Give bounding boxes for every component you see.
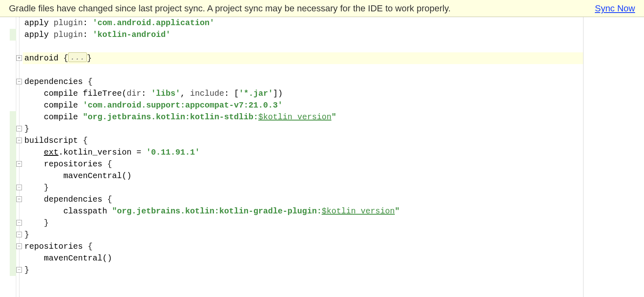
code-token: {	[88, 77, 93, 86]
code-area[interactable]: apply plugin: 'com.android.application'a…	[23, 17, 583, 297]
code-token: '*.jar'	[239, 89, 273, 98]
code-line[interactable]: android {...}	[23, 52, 583, 64]
code-token: ,	[180, 89, 190, 98]
code-token: }	[24, 124, 29, 133]
code-token: $kotlin_version	[258, 112, 331, 122]
code-token: include	[190, 89, 224, 98]
code-line[interactable]: apply plugin: 'com.android.application'	[23, 17, 583, 29]
code-token: mavenCentral()	[24, 171, 132, 181]
code-token: 'com.android.support:appcompat-v7:21.0.3…	[83, 101, 283, 110]
code-editor[interactable]: apply plugin: 'com.android.application'a…	[0, 17, 644, 297]
fold-end-icon[interactable]	[16, 126, 22, 131]
code-token: compile	[24, 101, 83, 110]
fold-collapse-icon[interactable]	[16, 161, 22, 167]
code-token: {	[83, 136, 88, 145]
vcs-change-marker[interactable]	[10, 111, 16, 276]
code-line[interactable]: repositories {	[23, 158, 583, 170]
fold-end-icon[interactable]	[16, 232, 22, 237]
sync-notification-text: Gradle files have changed since last pro…	[9, 0, 451, 17]
code-line[interactable]: }	[23, 182, 583, 194]
code-token: 'com.android.application'	[93, 18, 214, 28]
code-line[interactable]: compile 'com.android.support:appcompat-v…	[23, 99, 583, 111]
code-token: .kotlin_version =	[58, 148, 146, 157]
code-line[interactable]: mavenCentral()	[23, 252, 583, 264]
code-token: "	[395, 207, 400, 216]
fold-collapse-icon[interactable]	[16, 243, 22, 249]
code-token: dependencies	[24, 195, 107, 204]
sync-notification-bar: Gradle files have changed since last pro…	[0, 0, 644, 17]
code-line[interactable]: apply plugin: 'kotlin-android'	[23, 29, 583, 41]
code-token: {	[107, 195, 112, 204]
code-token: compile fileTree(	[24, 89, 127, 98]
code-token: "	[331, 112, 336, 122]
code-token: compile	[24, 112, 83, 122]
code-line[interactable]: repositories {	[23, 241, 583, 252]
code-token: }	[87, 54, 92, 63]
code-token: 'libs'	[151, 89, 180, 98]
code-token: repositories	[24, 159, 107, 169]
code-token: :	[83, 18, 93, 28]
code-token: buildscript	[24, 136, 83, 145]
code-token: dependencies	[24, 77, 88, 86]
code-line[interactable]: ext.kotlin_version = '0.11.91.1'	[23, 146, 583, 158]
code-token: repositories	[24, 242, 88, 251]
code-line[interactable]	[23, 64, 583, 76]
code-token: mavenCentral()	[24, 254, 112, 263]
fold-end-icon[interactable]	[16, 185, 22, 190]
code-token: }	[24, 218, 49, 228]
code-line[interactable]: dependencies {	[23, 194, 583, 205]
code-token: ])	[273, 89, 283, 98]
code-token: :	[141, 89, 151, 98]
code-line[interactable]	[23, 41, 583, 52]
code-token: dir	[127, 89, 141, 98]
code-line[interactable]: }	[23, 229, 583, 241]
code-line[interactable]: compile "org.jetbrains.kotlin:kotlin-std…	[23, 111, 583, 123]
fold-collapse-icon[interactable]	[16, 79, 22, 84]
code-token: plugin	[54, 30, 83, 39]
code-line[interactable]: mavenCentral()	[23, 170, 583, 182]
code-token: }	[24, 183, 49, 192]
code-token: android	[24, 54, 63, 63]
code-line[interactable]: classpath "org.jetbrains.kotlin:kotlin-g…	[23, 205, 583, 217]
code-token: apply	[24, 18, 54, 28]
code-token	[24, 148, 44, 157]
code-token: '0.11.91.1'	[146, 148, 200, 157]
error-stripe[interactable]	[583, 17, 644, 297]
code-line[interactable]: dependencies {	[23, 76, 583, 88]
vcs-change-marker[interactable]	[10, 29, 16, 41]
fold-collapse-icon[interactable]	[16, 196, 22, 202]
code-line[interactable]: }	[23, 264, 583, 276]
fold-collapse-icon[interactable]	[16, 138, 22, 143]
code-token: "org.jetbrains.kotlin:kotlin-stdlib:	[83, 112, 258, 122]
code-token: :	[83, 30, 93, 39]
code-token: $kotlin_version	[322, 207, 395, 216]
code-token: "org.jetbrains.kotlin:kotlin-gradle-plug…	[112, 207, 322, 216]
code-token: plugin	[54, 18, 83, 28]
code-line[interactable]: buildscript {	[23, 135, 583, 146]
code-token: {	[63, 54, 68, 63]
code-line[interactable]: }	[23, 123, 583, 135]
code-token: }	[24, 265, 29, 275]
editor-gutter	[0, 17, 16, 297]
code-token: apply	[24, 30, 54, 39]
folded-region[interactable]: ...	[68, 52, 87, 62]
fold-end-icon[interactable]	[16, 267, 22, 273]
code-token: : [	[224, 89, 239, 98]
code-token: {	[88, 242, 93, 251]
code-token: 'kotlin-android'	[93, 30, 171, 39]
code-token: classpath	[24, 207, 112, 216]
sync-now-link[interactable]: Sync Now	[595, 0, 635, 17]
code-token: }	[24, 230, 29, 239]
fold-end-icon[interactable]	[16, 220, 22, 226]
code-token: ext	[44, 148, 58, 157]
code-line[interactable]: compile fileTree(dir: 'libs', include: […	[23, 88, 583, 99]
code-token: {	[107, 159, 112, 169]
fold-expand-icon[interactable]	[16, 55, 22, 61]
code-line[interactable]: }	[23, 217, 583, 229]
